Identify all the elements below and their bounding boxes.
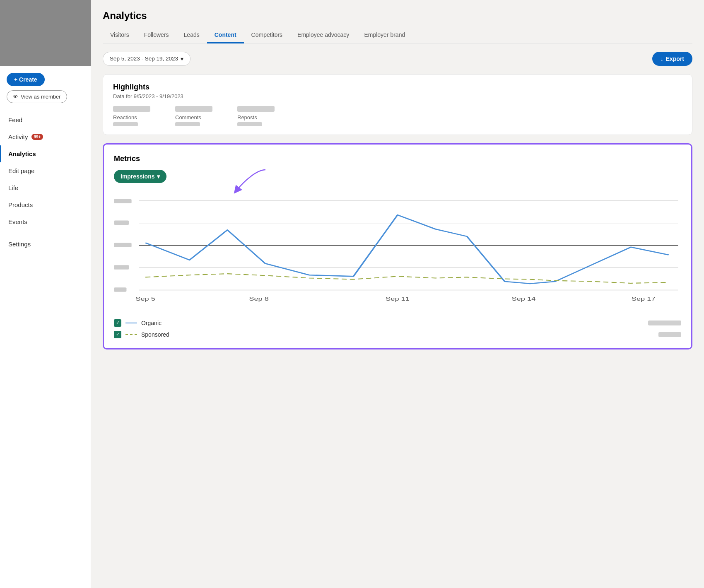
main-content: Analytics Visitors Followers Leads Conte… — [91, 0, 704, 588]
metrics-chart: Sep 5 Sep 8 Sep 11 Sep 14 Sep 17 — [114, 191, 681, 307]
sidebar-item-label: Feed — [8, 116, 22, 123]
sidebar-item-label: Edit page — [8, 167, 34, 174]
sidebar-item-events[interactable]: Events — [0, 213, 91, 230]
organic-checkbox[interactable]: ✓ — [114, 319, 121, 327]
highlights-stats: Reactions Comments Reposts — [113, 106, 682, 126]
stat-reposts-value — [237, 122, 262, 126]
sidebar-item-label: Events — [8, 218, 27, 225]
sidebar-item-edit-page[interactable]: Edit page — [0, 162, 91, 179]
svg-text:Sep 5: Sep 5 — [135, 296, 155, 302]
chart-legend: ✓ Organic ✓ Sponsored — [114, 314, 681, 338]
stat-reactions-value — [113, 122, 138, 126]
svg-text:Sep 8: Sep 8 — [249, 296, 269, 302]
sponsored-line-sample — [125, 334, 137, 335]
chevron-down-icon: ▾ — [181, 55, 183, 62]
stat-reposts-bar — [237, 106, 275, 112]
stat-comments: Comments — [175, 106, 212, 126]
svg-rect-1 — [114, 220, 129, 224]
view-as-member-label: View as member — [21, 94, 61, 100]
svg-text:Sep 14: Sep 14 — [512, 296, 536, 302]
impressions-label: Impressions — [121, 173, 154, 180]
stat-reactions: Reactions — [113, 106, 150, 126]
sidebar-item-label: Activity — [8, 133, 28, 140]
checkmark-icon: ✓ — [116, 320, 120, 325]
stat-comments-label: Comments — [175, 114, 212, 120]
sponsored-checkbox[interactable]: ✓ — [114, 331, 121, 338]
date-range-button[interactable]: Sep 5, 2023 - Sep 19, 2023 ▾ — [103, 52, 190, 66]
sidebar-item-label: Analytics — [8, 150, 36, 157]
svg-text:Sep 11: Sep 11 — [386, 296, 410, 302]
export-label: Export — [666, 55, 684, 62]
tab-followers[interactable]: Followers — [137, 27, 176, 43]
sidebar-item-life[interactable]: Life — [0, 179, 91, 196]
stat-comments-bar — [175, 106, 212, 112]
sidebar-divider — [0, 233, 91, 233]
legend-sponsored: ✓ Sponsored — [114, 331, 681, 338]
tab-competitors[interactable]: Competitors — [244, 27, 290, 43]
legend-organic: ✓ Organic — [114, 319, 681, 327]
sidebar-item-label: Settings — [8, 241, 31, 248]
svg-rect-3 — [114, 265, 129, 269]
sidebar-item-analytics[interactable]: Analytics — [0, 145, 91, 162]
sponsored-value — [658, 332, 681, 337]
metrics-title: Metrics — [114, 154, 681, 163]
stat-reactions-bar — [113, 106, 150, 112]
chart-container: Sep 5 Sep 8 Sep 11 Sep 14 Sep 17 — [114, 191, 681, 307]
highlights-title: Highlights — [113, 83, 682, 92]
stat-reposts-label: Reposts — [237, 114, 275, 120]
tab-content[interactable]: Content — [207, 27, 244, 43]
sidebar-item-activity[interactable]: Activity 99+ — [0, 128, 91, 145]
svg-rect-2 — [114, 243, 132, 247]
eye-icon: 👁 — [13, 94, 18, 100]
sidebar-item-label: Life — [8, 184, 18, 191]
checkmark-icon: ✓ — [116, 332, 120, 337]
sponsored-label: Sponsored — [141, 331, 654, 338]
organic-value — [648, 321, 681, 325]
activity-badge: 99+ — [31, 134, 43, 140]
tab-visitors[interactable]: Visitors — [103, 27, 137, 43]
export-button[interactable]: ↓ Export — [652, 52, 692, 66]
svg-rect-4 — [114, 287, 126, 292]
create-button[interactable]: + Create — [7, 73, 45, 86]
sidebar-item-settings[interactable]: Settings — [0, 236, 91, 253]
toolbar-row: Sep 5, 2023 - Sep 19, 2023 ▾ ↓ Export — [103, 52, 692, 66]
sidebar-actions: + Create 👁 View as member — [0, 66, 91, 103]
metrics-card: Metrics Impressions ▾ — [103, 143, 692, 349]
stat-reactions-label: Reactions — [113, 114, 150, 120]
sidebar-item-feed[interactable]: Feed — [0, 111, 91, 128]
impressions-dropdown[interactable]: Impressions ▾ — [114, 170, 166, 183]
analytics-tabs: Visitors Followers Leads Content Competi… — [103, 27, 692, 43]
tab-employer-brand[interactable]: Employer brand — [357, 27, 412, 43]
sidebar: + Create 👁 View as member Feed Activity … — [0, 0, 91, 588]
view-as-member-button[interactable]: 👁 View as member — [7, 90, 67, 103]
svg-text:Sep 17: Sep 17 — [632, 296, 656, 302]
sidebar-navigation: Feed Activity 99+ Analytics Edit page Li… — [0, 111, 91, 253]
tab-leads[interactable]: Leads — [176, 27, 207, 43]
highlights-card: Highlights Data for 9/5/2023 - 9/19/2023… — [103, 74, 692, 135]
page-title: Analytics — [103, 10, 692, 22]
svg-rect-0 — [114, 199, 132, 203]
organic-line-sample — [125, 323, 137, 323]
chevron-down-icon: ▾ — [157, 173, 160, 180]
date-range-label: Sep 5, 2023 - Sep 19, 2023 — [110, 55, 178, 62]
stat-comments-value — [175, 122, 200, 126]
download-icon: ↓ — [661, 55, 663, 62]
company-avatar — [0, 0, 91, 66]
sidebar-item-label: Products — [8, 201, 33, 208]
sidebar-item-products[interactable]: Products — [0, 196, 91, 213]
organic-label: Organic — [141, 320, 644, 326]
stat-reposts: Reposts — [237, 106, 275, 126]
tab-employee-advocacy[interactable]: Employee advocacy — [290, 27, 357, 43]
highlights-date-range: Data for 9/5/2023 - 9/19/2023 — [113, 93, 682, 99]
